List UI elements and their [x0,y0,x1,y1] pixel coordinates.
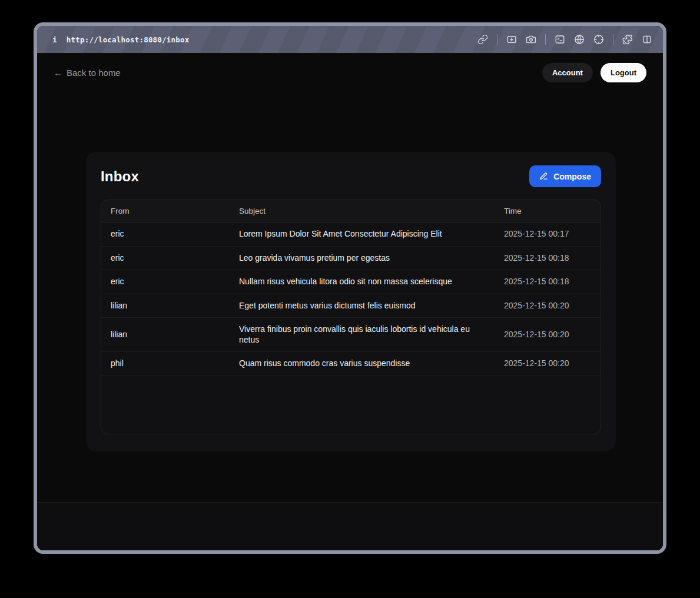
camera-icon[interactable] [526,34,536,45]
row-subject: Quam risus commodo cras varius suspendis… [230,352,495,376]
link-icon[interactable] [477,34,488,45]
puzzle-icon[interactable] [622,34,633,45]
toolbar-separator [497,34,497,45]
row-subject: Nullam risus vehicula litora odio sit no… [230,270,495,294]
toolbar-separator [613,34,613,45]
table-row[interactable]: eric Lorem Ipsum Dolor Sit Amet Consecte… [101,222,601,247]
row-time: 2025-12-15 00:20 [495,318,601,352]
table-row[interactable]: lilian Viverra finibus proin convallis q… [101,318,601,352]
row-subject: Lorem Ipsum Dolor Sit Amet Consectetur A… [230,222,495,247]
crosshair-icon[interactable] [593,34,604,45]
page-title: Inbox [101,168,139,185]
footer-strip [37,502,663,550]
row-subject: Eget potenti metus varius dictumst felis… [230,294,495,318]
row-time: 2025-12-15 00:20 [495,352,601,376]
pen-icon [539,172,548,181]
split-view-icon[interactable] [642,34,652,45]
url-display[interactable]: http://localhost:8080/inbox [67,35,190,44]
terminal-icon[interactable] [555,34,565,45]
row-subject: Viverra finibus proin convallis quis iac… [230,318,495,352]
page-content: ← Back to home Account Logout Inbox Comp… [37,53,663,550]
row-from: lilian [101,318,230,352]
table-row[interactable]: eric Leo gravida vivamus pretium per ege… [101,246,601,270]
globe-icon[interactable] [574,34,585,45]
table-row[interactable]: phil Quam risus commodo cras varius susp… [101,352,601,376]
row-time: 2025-12-15 00:20 [495,294,601,318]
row-from: eric [101,270,230,294]
browser-window-frame: i http://localhost:8080/inbox [34,22,666,554]
table-row[interactable]: eric Nullam risus vehicula litora odio s… [101,270,601,294]
back-link-label: Back to home [67,68,121,78]
info-icon: i [52,35,57,44]
browser-window: i http://localhost:8080/inbox [37,26,663,550]
screenshot-icon[interactable] [506,34,517,45]
row-time: 2025-12-15 00:18 [495,246,601,270]
column-header-subject: Subject [230,200,495,222]
toolbar-separator [545,34,546,45]
row-time: 2025-12-15 00:18 [495,270,601,294]
row-from: lilian [101,294,230,318]
table-row[interactable]: lilian Eget potenti metus varius dictums… [101,294,601,318]
page-header: ← Back to home Account Logout [37,53,663,92]
column-header-from: From [101,200,230,222]
row-from: eric [101,222,230,247]
row-from: eric [101,246,230,270]
logout-button[interactable]: Logout [601,63,646,82]
inbox-table: From Subject Time eric Lorem Ipsum Dolor… [101,200,601,376]
browser-toolbar: i http://localhost:8080/inbox [37,26,663,53]
row-time: 2025-12-15 00:17 [495,222,601,247]
table-header-row: From Subject Time [101,200,601,222]
account-button[interactable]: Account [542,63,593,82]
inbox-table-container: From Subject Time eric Lorem Ipsum Dolor… [101,200,601,434]
back-to-home-link[interactable]: ← Back to home [54,68,121,78]
row-from: phil [101,352,230,376]
row-subject: Leo gravida vivamus pretium per egestas [230,246,495,270]
column-header-time: Time [495,200,601,222]
compose-button-label: Compose [553,172,591,181]
inbox-card: Inbox Compose From Subject Time [87,152,615,451]
compose-button[interactable]: Compose [529,165,601,187]
left-arrow-icon: ← [54,68,62,78]
